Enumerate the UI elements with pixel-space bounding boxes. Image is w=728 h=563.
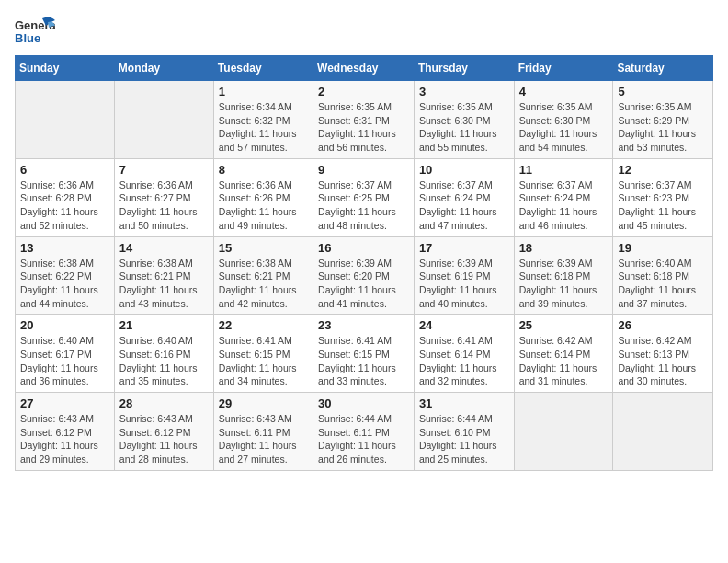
day-number: 11 (519, 163, 609, 177)
day-info: Sunrise: 6:41 AM Sunset: 6:15 PM Dayligh… (318, 334, 409, 388)
logo: General Blue (15, 15, 55, 48)
calendar-cell: 9Sunrise: 6:37 AM Sunset: 6:25 PM Daylig… (313, 158, 415, 236)
calendar-cell: 3Sunrise: 6:35 AM Sunset: 6:30 PM Daylig… (414, 81, 514, 159)
day-number: 28 (119, 396, 209, 410)
day-number: 4 (519, 85, 609, 98)
calendar-cell: 27Sunrise: 6:43 AM Sunset: 6:12 PM Dayli… (16, 393, 115, 471)
day-number: 10 (419, 163, 509, 177)
day-info: Sunrise: 6:41 AM Sunset: 6:15 PM Dayligh… (219, 334, 308, 388)
weekday-header-sunday: Sunday (16, 56, 115, 81)
day-number: 31 (419, 396, 509, 410)
day-number: 24 (419, 318, 509, 332)
day-info: Sunrise: 6:43 AM Sunset: 6:12 PM Dayligh… (119, 412, 209, 466)
day-info: Sunrise: 6:42 AM Sunset: 6:13 PM Dayligh… (618, 334, 708, 388)
day-info: Sunrise: 6:41 AM Sunset: 6:14 PM Dayligh… (419, 334, 509, 388)
day-number: 27 (20, 396, 109, 410)
day-info: Sunrise: 6:44 AM Sunset: 6:11 PM Dayligh… (318, 412, 409, 466)
day-info: Sunrise: 6:40 AM Sunset: 6:17 PM Dayligh… (20, 334, 109, 388)
day-number: 22 (219, 318, 308, 332)
calendar-cell: 19Sunrise: 6:40 AM Sunset: 6:18 PM Dayli… (613, 236, 713, 315)
svg-text:Blue: Blue (15, 31, 40, 45)
day-info: Sunrise: 6:37 AM Sunset: 6:24 PM Dayligh… (419, 178, 509, 233)
weekday-header-friday: Friday (514, 56, 613, 81)
day-info: Sunrise: 6:38 AM Sunset: 6:21 PM Dayligh… (119, 257, 209, 311)
day-info: Sunrise: 6:35 AM Sunset: 6:31 PM Dayligh… (318, 100, 409, 155)
day-number: 1 (219, 85, 308, 98)
day-number: 30 (318, 396, 409, 410)
day-info: Sunrise: 6:36 AM Sunset: 6:27 PM Dayligh… (119, 178, 209, 233)
calendar-cell: 21Sunrise: 6:40 AM Sunset: 6:16 PM Dayli… (114, 315, 213, 393)
calendar-cell: 5Sunrise: 6:35 AM Sunset: 6:29 PM Daylig… (613, 81, 713, 159)
day-number: 26 (618, 318, 708, 332)
day-number: 23 (318, 318, 409, 332)
day-info: Sunrise: 6:38 AM Sunset: 6:22 PM Dayligh… (20, 257, 109, 311)
day-number: 2 (318, 85, 409, 98)
day-number: 15 (219, 241, 308, 255)
calendar-cell: 10Sunrise: 6:37 AM Sunset: 6:24 PM Dayli… (414, 158, 514, 236)
day-number: 9 (318, 163, 409, 177)
calendar-table: SundayMondayTuesdayWednesdayThursdayFrid… (15, 55, 713, 471)
day-info: Sunrise: 6:38 AM Sunset: 6:21 PM Dayligh… (219, 257, 308, 311)
day-info: Sunrise: 6:42 AM Sunset: 6:14 PM Dayligh… (519, 334, 609, 388)
calendar-cell (514, 393, 613, 471)
day-info: Sunrise: 6:44 AM Sunset: 6:10 PM Dayligh… (419, 412, 509, 466)
day-info: Sunrise: 6:40 AM Sunset: 6:16 PM Dayligh… (119, 334, 209, 388)
calendar-cell: 8Sunrise: 6:36 AM Sunset: 6:26 PM Daylig… (213, 158, 313, 236)
day-number: 8 (219, 163, 308, 177)
calendar-cell: 2Sunrise: 6:35 AM Sunset: 6:31 PM Daylig… (313, 81, 415, 159)
day-number: 14 (119, 241, 209, 255)
day-info: Sunrise: 6:43 AM Sunset: 6:11 PM Dayligh… (219, 412, 308, 466)
calendar-cell: 16Sunrise: 6:39 AM Sunset: 6:20 PM Dayli… (313, 236, 415, 315)
calendar-cell (16, 81, 115, 159)
calendar-cell (613, 393, 713, 471)
calendar-cell: 13Sunrise: 6:38 AM Sunset: 6:22 PM Dayli… (16, 236, 115, 315)
calendar-week-5: 27Sunrise: 6:43 AM Sunset: 6:12 PM Dayli… (16, 393, 713, 471)
day-info: Sunrise: 6:34 AM Sunset: 6:32 PM Dayligh… (219, 100, 308, 155)
day-number: 21 (119, 318, 209, 332)
calendar-header-row: SundayMondayTuesdayWednesdayThursdayFrid… (16, 56, 713, 81)
day-info: Sunrise: 6:35 AM Sunset: 6:29 PM Dayligh… (618, 100, 708, 155)
day-info: Sunrise: 6:39 AM Sunset: 6:20 PM Dayligh… (318, 257, 409, 311)
day-info: Sunrise: 6:43 AM Sunset: 6:12 PM Dayligh… (20, 412, 109, 466)
calendar-cell: 25Sunrise: 6:42 AM Sunset: 6:14 PM Dayli… (514, 315, 613, 393)
calendar-cell: 30Sunrise: 6:44 AM Sunset: 6:11 PM Dayli… (313, 393, 415, 471)
calendar-cell: 22Sunrise: 6:41 AM Sunset: 6:15 PM Dayli… (213, 315, 313, 393)
day-number: 5 (618, 85, 708, 98)
calendar-cell: 15Sunrise: 6:38 AM Sunset: 6:21 PM Dayli… (213, 236, 313, 315)
calendar-cell: 7Sunrise: 6:36 AM Sunset: 6:27 PM Daylig… (114, 158, 213, 236)
calendar-week-3: 13Sunrise: 6:38 AM Sunset: 6:22 PM Dayli… (16, 236, 713, 315)
calendar-cell: 4Sunrise: 6:35 AM Sunset: 6:30 PM Daylig… (514, 81, 613, 159)
calendar-cell: 31Sunrise: 6:44 AM Sunset: 6:10 PM Dayli… (414, 393, 514, 471)
day-number: 25 (519, 318, 609, 332)
day-info: Sunrise: 6:39 AM Sunset: 6:19 PM Dayligh… (419, 257, 509, 311)
calendar-cell (114, 81, 213, 159)
calendar-week-4: 20Sunrise: 6:40 AM Sunset: 6:17 PM Dayli… (16, 315, 713, 393)
calendar-week-1: 1Sunrise: 6:34 AM Sunset: 6:32 PM Daylig… (16, 81, 713, 159)
calendar-cell: 11Sunrise: 6:37 AM Sunset: 6:24 PM Dayli… (514, 158, 613, 236)
day-info: Sunrise: 6:36 AM Sunset: 6:28 PM Dayligh… (20, 178, 109, 233)
day-info: Sunrise: 6:37 AM Sunset: 6:24 PM Dayligh… (519, 178, 609, 233)
weekday-header-tuesday: Tuesday (213, 56, 313, 81)
day-number: 7 (119, 163, 209, 177)
calendar-cell: 20Sunrise: 6:40 AM Sunset: 6:17 PM Dayli… (16, 315, 115, 393)
page-header: General Blue (15, 15, 713, 48)
calendar-cell: 28Sunrise: 6:43 AM Sunset: 6:12 PM Dayli… (114, 393, 213, 471)
weekday-header-wednesday: Wednesday (313, 56, 415, 81)
day-info: Sunrise: 6:39 AM Sunset: 6:18 PM Dayligh… (519, 257, 609, 311)
day-number: 20 (20, 318, 109, 332)
day-info: Sunrise: 6:36 AM Sunset: 6:26 PM Dayligh… (219, 178, 308, 233)
day-number: 12 (618, 163, 708, 177)
calendar-body: 1Sunrise: 6:34 AM Sunset: 6:32 PM Daylig… (16, 81, 713, 471)
day-number: 16 (318, 241, 409, 255)
calendar-cell: 29Sunrise: 6:43 AM Sunset: 6:11 PM Dayli… (213, 393, 313, 471)
weekday-header-monday: Monday (114, 56, 213, 81)
calendar-week-2: 6Sunrise: 6:36 AM Sunset: 6:28 PM Daylig… (16, 158, 713, 236)
calendar-cell: 17Sunrise: 6:39 AM Sunset: 6:19 PM Dayli… (414, 236, 514, 315)
weekday-header-thursday: Thursday (414, 56, 514, 81)
calendar-cell: 14Sunrise: 6:38 AM Sunset: 6:21 PM Dayli… (114, 236, 213, 315)
day-number: 3 (419, 85, 509, 98)
day-number: 19 (618, 241, 708, 255)
calendar-cell: 18Sunrise: 6:39 AM Sunset: 6:18 PM Dayli… (514, 236, 613, 315)
calendar-cell: 6Sunrise: 6:36 AM Sunset: 6:28 PM Daylig… (16, 158, 115, 236)
calendar-cell: 24Sunrise: 6:41 AM Sunset: 6:14 PM Dayli… (414, 315, 514, 393)
